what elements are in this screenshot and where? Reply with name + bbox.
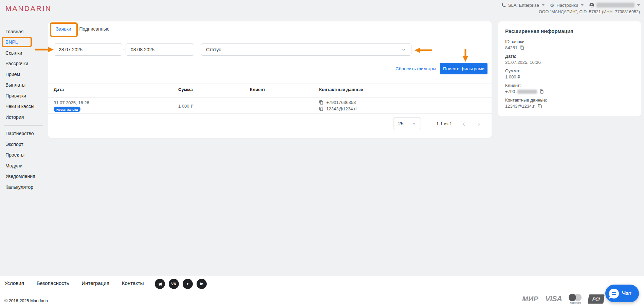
mir-logo: МИР: [522, 295, 538, 303]
column-header-date: Дата: [54, 87, 64, 92]
field-label: Дата:: [505, 54, 634, 59]
sidebar-item-priyom[interactable]: Приём: [0, 69, 48, 80]
account-menu[interactable]: [589, 2, 640, 8]
copy-icon[interactable]: [319, 100, 324, 105]
settings-menu[interactable]: ⚙ Настройки: [550, 3, 584, 8]
sidebar-item-ssylki[interactable]: Ссылки: [0, 48, 48, 58]
status-select-value: Статус: [206, 47, 221, 52]
footer: Условия Безопасность Интеграция Контакты…: [0, 276, 644, 307]
chevron-down-icon: [581, 4, 584, 6]
panel-title: Расширенная информация: [505, 28, 634, 34]
date-to-input[interactable]: 08.08.2025: [126, 43, 194, 56]
sidebar-item-kalkulyator[interactable]: Калькулятор: [0, 182, 48, 193]
chat-button[interactable]: Чат: [605, 285, 639, 302]
field-label: Контактные данные:: [505, 97, 634, 103]
mandarin-logo: MANDARIN: [5, 4, 52, 13]
gear-icon: ⚙: [550, 3, 554, 8]
column-header-client: Клиент: [250, 87, 265, 92]
sidebar-item-label: Привязки: [5, 93, 26, 98]
row-amount: 1 000 ₽: [178, 104, 193, 109]
sidebar-item-proekty[interactable]: Проекты: [0, 150, 48, 161]
account-name-redacted: [596, 3, 634, 7]
chevron-left-icon: [461, 121, 467, 127]
sidebar-item-label: Главная: [5, 29, 23, 34]
date-from-value: 28.07.2025: [59, 47, 82, 52]
sidebar-item-privyazki[interactable]: Привязки: [0, 90, 48, 101]
person-circle-icon: [589, 2, 594, 8]
linkedin-icon[interactable]: in: [197, 279, 207, 289]
sidebar-item-label: Чеки и кассы: [5, 104, 34, 109]
sidebar-item-label: Экспорт: [5, 142, 23, 147]
column-header-contacts: Контактные данные: [319, 87, 363, 92]
mastercard-logo: mastercard: [569, 294, 582, 304]
field-client: Клиент: +790: [505, 83, 634, 94]
page-size-select[interactable]: 25: [393, 117, 421, 130]
date-to-value: 08.08.2025: [131, 47, 154, 52]
footer-link-bezopasnost[interactable]: Безопасность: [37, 280, 69, 286]
sla-menu[interactable]: SLA: Enterprise: [501, 3, 545, 8]
sidebar-item-partnerstvo[interactable]: Партнерство: [0, 128, 48, 139]
footer-link-usloviya[interactable]: Условия: [4, 280, 24, 286]
tab-active-underline: [51, 36, 76, 36]
sidebar-item-eksport[interactable]: Экспорт: [0, 139, 48, 150]
tabs-row: Заявки Подписанные: [48, 21, 492, 36]
pagination-next-button[interactable]: [475, 121, 482, 127]
sidebar-item-rassrochki[interactable]: Рассрочки: [0, 58, 48, 69]
sidebar-item-label: Партнерство: [5, 131, 34, 136]
chevron-down-icon: [401, 47, 406, 52]
mastercard-caption: mastercard: [570, 302, 581, 304]
pagination-prev-button[interactable]: [460, 121, 467, 127]
vk-label: VK: [171, 282, 176, 286]
field-value: 1 000 ₽: [505, 74, 520, 79]
sidebar-item-bnpl[interactable]: BNPL: [0, 37, 48, 48]
copyright-text: © 2016-2025 Mandarin: [4, 299, 48, 303]
copy-icon[interactable]: [538, 104, 542, 108]
contact-email-value: 12343@1234.ri: [326, 106, 356, 111]
visa-logo: VISA: [545, 294, 562, 303]
tab-podpisannye[interactable]: Подписанные: [79, 21, 109, 36]
table-divider: [48, 113, 492, 114]
tab-zayavki[interactable]: Заявки: [51, 21, 76, 36]
copy-icon[interactable]: [319, 107, 324, 111]
sidebar-item-moduli[interactable]: Модули: [0, 160, 48, 171]
column-header-amount: Сумма: [178, 87, 193, 92]
sidebar-item-vyplaty[interactable]: Выплаты: [0, 80, 48, 91]
sidebar-item-istoriya[interactable]: История: [0, 112, 48, 123]
chevron-down-icon: [411, 121, 417, 126]
settings-label: Настройки: [556, 3, 578, 8]
sidebar-item-uvedomleniya[interactable]: Уведомления: [0, 171, 48, 182]
chat-label: Чат: [622, 290, 631, 296]
youtube-icon[interactable]: [183, 279, 193, 289]
sidebar-item-cheki-i-kassy[interactable]: Чеки и кассы: [0, 101, 48, 112]
copy-icon[interactable]: [520, 46, 524, 50]
tab-label: Подписанные: [79, 26, 109, 32]
sidebar-divider: [4, 125, 43, 126]
linkedin-label: in: [200, 282, 203, 286]
sidebar-item-label: Ссылки: [5, 50, 22, 56]
field-value: 84251: [505, 45, 517, 50]
telegram-icon[interactable]: [155, 279, 165, 289]
copy-icon[interactable]: [539, 89, 544, 94]
table-divider: [48, 84, 492, 84]
status-select[interactable]: Статус: [201, 43, 411, 56]
account-bar: SLA: Enterprise ⚙ Настройки: [496, 2, 640, 8]
chevron-down-icon: [542, 4, 545, 6]
pci-dss-logo: PCI: [588, 294, 605, 304]
pagination-range-label: 1-1 из 1: [436, 121, 452, 126]
search-with-filters-button[interactable]: Поиск с фильтрами: [440, 63, 487, 74]
social-links: VK in: [155, 279, 207, 289]
contact-phone-value: +79017636353: [326, 100, 356, 105]
date-from-input[interactable]: 28.07.2025: [54, 43, 122, 56]
sidebar-item-label: Приём: [5, 72, 20, 77]
sidebar-item-label: Уведомления: [5, 174, 35, 179]
row-contact-email: 12343@1234.ri: [319, 106, 356, 111]
sidebar-item-glavnaya[interactable]: Главная: [0, 26, 48, 37]
field-amount: Сумма: 1 000 ₽: [505, 68, 634, 79]
vk-icon[interactable]: VK: [169, 279, 179, 289]
reset-filters-link[interactable]: Сбросить фильтры: [395, 66, 436, 71]
footer-link-integratsiya[interactable]: Интеграция: [81, 280, 109, 286]
pci-label: PCI: [592, 296, 601, 302]
footer-link-kontakty[interactable]: Контакты: [122, 280, 144, 286]
sla-label: SLA: Enterprise: [508, 3, 539, 8]
org-info-line: ООО "МАНДАРИН", CID: 57621 (ИНН: 7708816…: [539, 10, 640, 14]
